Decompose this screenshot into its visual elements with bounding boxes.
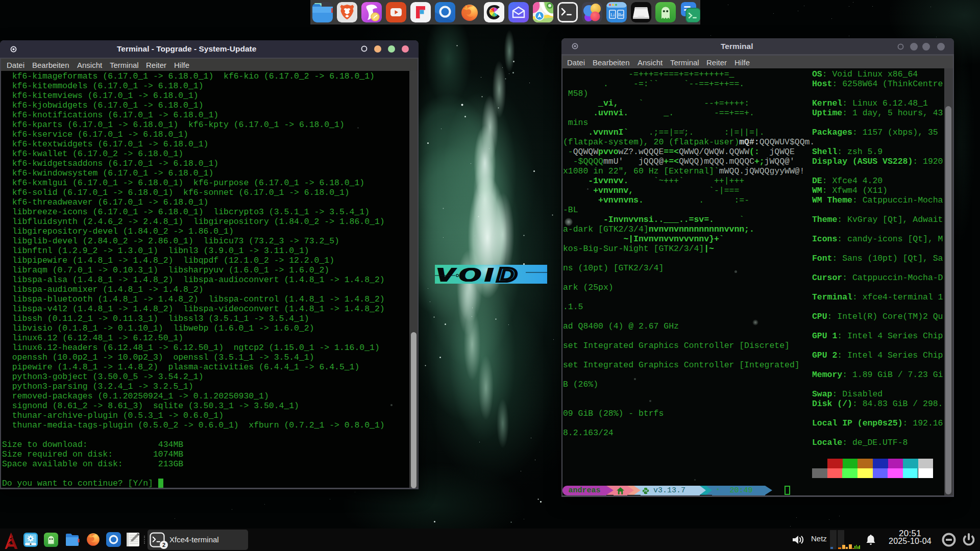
svg-text:Be: Be xyxy=(618,12,623,17)
svg-text:Li: Li xyxy=(610,12,615,17)
